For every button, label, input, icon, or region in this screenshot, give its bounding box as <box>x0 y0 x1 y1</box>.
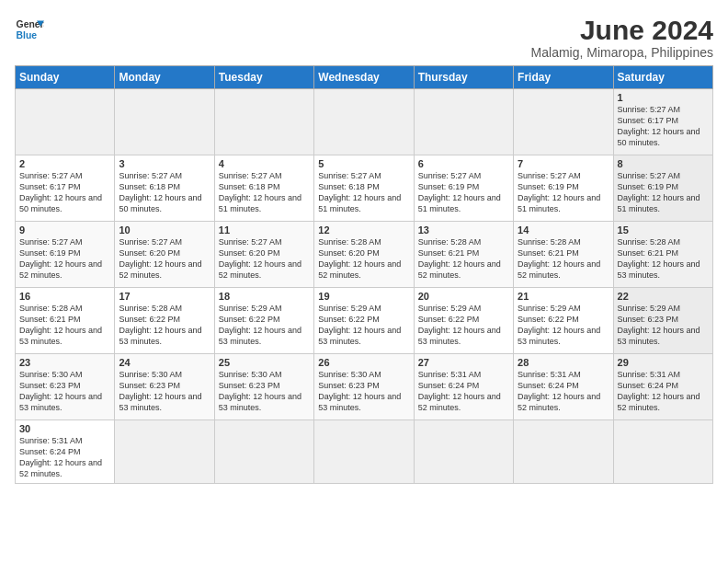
table-row <box>414 420 513 484</box>
table-row: 29Sunrise: 5:31 AM Sunset: 6:24 PM Dayli… <box>613 354 712 420</box>
day-number: 25 <box>219 357 310 368</box>
day-info: Sunrise: 5:28 AM Sunset: 6:21 PM Dayligh… <box>418 236 509 282</box>
table-row <box>514 420 613 484</box>
day-info: Sunrise: 5:29 AM Sunset: 6:22 PM Dayligh… <box>418 303 509 348</box>
table-row: 27Sunrise: 5:31 AM Sunset: 6:24 PM Dayli… <box>414 354 513 420</box>
table-row: 23Sunrise: 5:30 AM Sunset: 6:23 PM Dayli… <box>16 354 115 420</box>
svg-text:Blue: Blue <box>17 30 38 40</box>
table-row <box>115 420 214 484</box>
day-info: Sunrise: 5:27 AM Sunset: 6:19 PM Dayligh… <box>19 236 110 282</box>
day-number: 9 <box>19 224 110 236</box>
day-info: Sunrise: 5:29 AM Sunset: 6:22 PM Dayligh… <box>518 303 609 348</box>
day-number: 14 <box>518 224 609 236</box>
day-info: Sunrise: 5:27 AM Sunset: 6:20 PM Dayligh… <box>219 236 310 282</box>
day-info: Sunrise: 5:28 AM Sunset: 6:21 PM Dayligh… <box>19 303 110 348</box>
day-number: 2 <box>19 158 110 169</box>
table-row: 25Sunrise: 5:30 AM Sunset: 6:23 PM Dayli… <box>214 354 313 420</box>
calendar-table: Sunday Monday Tuesday Wednesday Thursday… <box>15 65 713 484</box>
day-number: 11 <box>219 224 310 236</box>
day-info: Sunrise: 5:28 AM Sunset: 6:21 PM Dayligh… <box>518 236 609 282</box>
table-row: 30Sunrise: 5:31 AM Sunset: 6:24 PM Dayli… <box>16 420 115 484</box>
table-row <box>613 420 712 484</box>
calendar-title: June 2024 <box>531 15 713 45</box>
table-row: 4Sunrise: 5:27 AM Sunset: 6:18 PM Daylig… <box>214 155 313 222</box>
table-row <box>214 89 313 155</box>
day-info: Sunrise: 5:27 AM Sunset: 6:17 PM Dayligh… <box>618 104 709 149</box>
table-row: 20Sunrise: 5:29 AM Sunset: 6:22 PM Dayli… <box>414 288 513 354</box>
table-row <box>115 89 214 155</box>
table-row: 7Sunrise: 5:27 AM Sunset: 6:19 PM Daylig… <box>514 155 613 222</box>
table-row: 6Sunrise: 5:27 AM Sunset: 6:19 PM Daylig… <box>414 155 513 222</box>
day-number: 7 <box>518 158 609 169</box>
day-number: 26 <box>318 357 409 368</box>
table-row: 15Sunrise: 5:28 AM Sunset: 6:21 PM Dayli… <box>613 222 712 288</box>
table-row: 18Sunrise: 5:29 AM Sunset: 6:22 PM Dayli… <box>214 288 313 354</box>
table-row: 11Sunrise: 5:27 AM Sunset: 6:20 PM Dayli… <box>214 222 313 288</box>
header-friday: Friday <box>514 66 613 89</box>
day-info: Sunrise: 5:27 AM Sunset: 6:20 PM Dayligh… <box>119 236 210 282</box>
day-info: Sunrise: 5:29 AM Sunset: 6:22 PM Dayligh… <box>318 303 409 348</box>
day-info: Sunrise: 5:27 AM Sunset: 6:17 PM Dayligh… <box>19 170 110 215</box>
day-number: 12 <box>318 224 409 236</box>
table-row: 24Sunrise: 5:30 AM Sunset: 6:23 PM Dayli… <box>115 354 214 420</box>
header-tuesday: Tuesday <box>214 66 313 89</box>
day-number: 20 <box>418 291 509 302</box>
day-number: 24 <box>119 357 210 368</box>
page-header: General Blue June 2024 Malamig, Mimaropa… <box>15 15 713 60</box>
day-info: Sunrise: 5:27 AM Sunset: 6:18 PM Dayligh… <box>119 170 210 215</box>
day-info: Sunrise: 5:31 AM Sunset: 6:24 PM Dayligh… <box>19 435 110 480</box>
day-info: Sunrise: 5:27 AM Sunset: 6:19 PM Dayligh… <box>418 170 509 215</box>
table-row: 9Sunrise: 5:27 AM Sunset: 6:19 PM Daylig… <box>16 222 115 288</box>
table-row: 14Sunrise: 5:28 AM Sunset: 6:21 PM Dayli… <box>514 222 613 288</box>
calendar-header-row: Sunday Monday Tuesday Wednesday Thursday… <box>16 66 713 89</box>
header-wednesday: Wednesday <box>314 66 414 89</box>
table-row <box>514 89 613 155</box>
day-number: 30 <box>19 423 110 434</box>
day-info: Sunrise: 5:30 AM Sunset: 6:23 PM Dayligh… <box>219 369 310 414</box>
table-row: 28Sunrise: 5:31 AM Sunset: 6:24 PM Dayli… <box>514 354 613 420</box>
day-info: Sunrise: 5:27 AM Sunset: 6:19 PM Dayligh… <box>618 170 709 215</box>
table-row <box>16 89 115 155</box>
table-row: 19Sunrise: 5:29 AM Sunset: 6:22 PM Dayli… <box>314 288 414 354</box>
day-info: Sunrise: 5:31 AM Sunset: 6:24 PM Dayligh… <box>518 369 609 414</box>
logo: General Blue <box>15 15 44 44</box>
day-info: Sunrise: 5:27 AM Sunset: 6:18 PM Dayligh… <box>318 170 409 215</box>
day-number: 1 <box>618 92 709 103</box>
table-row: 3Sunrise: 5:27 AM Sunset: 6:18 PM Daylig… <box>115 155 214 222</box>
day-info: Sunrise: 5:31 AM Sunset: 6:24 PM Dayligh… <box>418 369 509 414</box>
day-number: 17 <box>119 291 210 302</box>
title-block: June 2024 Malamig, Mimaropa, Philippines <box>531 15 713 60</box>
day-number: 3 <box>119 158 210 169</box>
day-info: Sunrise: 5:29 AM Sunset: 6:23 PM Dayligh… <box>618 303 709 348</box>
day-number: 27 <box>418 357 509 368</box>
table-row: 16Sunrise: 5:28 AM Sunset: 6:21 PM Dayli… <box>16 288 115 354</box>
day-number: 21 <box>518 291 609 302</box>
logo-icon: General Blue <box>15 15 44 44</box>
day-number: 28 <box>518 357 609 368</box>
day-number: 23 <box>19 357 110 368</box>
day-number: 10 <box>119 224 210 236</box>
table-row: 5Sunrise: 5:27 AM Sunset: 6:18 PM Daylig… <box>314 155 414 222</box>
table-row: 21Sunrise: 5:29 AM Sunset: 6:22 PM Dayli… <box>514 288 613 354</box>
day-number: 4 <box>219 158 310 169</box>
header-thursday: Thursday <box>414 66 513 89</box>
table-row: 8Sunrise: 5:27 AM Sunset: 6:19 PM Daylig… <box>613 155 712 222</box>
day-info: Sunrise: 5:27 AM Sunset: 6:19 PM Dayligh… <box>518 170 609 215</box>
table-row <box>314 89 414 155</box>
day-number: 22 <box>618 291 709 302</box>
table-row <box>314 420 414 484</box>
day-number: 15 <box>618 224 709 236</box>
day-number: 29 <box>618 357 709 368</box>
table-row <box>414 89 513 155</box>
table-row: 10Sunrise: 5:27 AM Sunset: 6:20 PM Dayli… <box>115 222 214 288</box>
day-number: 6 <box>418 158 509 169</box>
header-monday: Monday <box>115 66 214 89</box>
day-info: Sunrise: 5:30 AM Sunset: 6:23 PM Dayligh… <box>119 369 210 414</box>
table-row: 26Sunrise: 5:30 AM Sunset: 6:23 PM Dayli… <box>314 354 414 420</box>
calendar-subtitle: Malamig, Mimaropa, Philippines <box>531 45 713 60</box>
table-row: 12Sunrise: 5:28 AM Sunset: 6:20 PM Dayli… <box>314 222 414 288</box>
day-number: 16 <box>19 291 110 302</box>
table-row <box>214 420 313 484</box>
day-number: 19 <box>318 291 409 302</box>
table-row: 1Sunrise: 5:27 AM Sunset: 6:17 PM Daylig… <box>613 89 712 155</box>
